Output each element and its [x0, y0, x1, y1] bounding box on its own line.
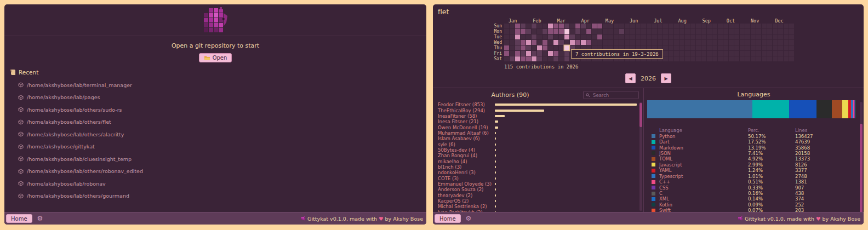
home-tab[interactable]: Home: [6, 214, 32, 223]
heatmap-cell[interactable]: [559, 51, 564, 56]
heatmap-cell[interactable]: [636, 24, 641, 28]
heatmap-cell[interactable]: [729, 45, 734, 50]
heatmap-cell[interactable]: [751, 24, 756, 28]
heatmap-cell[interactable]: [652, 29, 657, 34]
heatmap-cell[interactable]: [740, 29, 745, 34]
heatmap-cell[interactable]: [559, 56, 564, 61]
heatmap-cell[interactable]: [669, 40, 673, 45]
heatmap-cell[interactable]: [608, 34, 613, 39]
heatmap-cell[interactable]: [537, 40, 542, 45]
heatmap-cell[interactable]: [690, 40, 695, 45]
heatmap-cell[interactable]: [674, 40, 679, 45]
heatmap-cell[interactable]: [745, 40, 750, 45]
heatmap-cell[interactable]: [553, 40, 558, 45]
heatmap-cell[interactable]: [636, 40, 641, 45]
heatmap-cell[interactable]: [767, 24, 772, 28]
heatmap-cell[interactable]: [548, 34, 553, 39]
author-row[interactable]: Zhan Rongrui (4): [433, 153, 637, 158]
heatmap-cell[interactable]: [542, 56, 547, 61]
heatmap-cell[interactable]: [532, 24, 536, 28]
heatmap-cell[interactable]: [696, 56, 701, 61]
heatmap-cell[interactable]: [773, 29, 778, 34]
heatmap-cell-selected[interactable]: [564, 45, 569, 50]
heatmap-cell[interactable]: [734, 56, 739, 61]
heatmap-cell[interactable]: [652, 40, 657, 45]
author-row[interactable]: Islam Asabaev (6): [433, 136, 637, 141]
author-row[interactable]: Muhammad Altaaf (6): [433, 130, 637, 136]
heatmap-cell[interactable]: [515, 34, 520, 39]
heatmap-cell[interactable]: [669, 51, 673, 56]
heatmap-cell[interactable]: [690, 29, 695, 34]
heatmap-cell[interactable]: [669, 29, 673, 34]
heatmap-cell[interactable]: [521, 24, 526, 28]
recent-repo-item[interactable]: /home/akshybose/lab/pages: [18, 94, 421, 100]
heatmap-cell[interactable]: [729, 29, 734, 34]
heatmap-cell[interactable]: [570, 34, 575, 39]
heatmap-cell[interactable]: [740, 24, 745, 28]
heatmap-cell[interactable]: [575, 40, 580, 45]
heatmap-cell[interactable]: [603, 24, 608, 28]
heatmap-cell[interactable]: [537, 51, 542, 56]
heatmap-cell[interactable]: [647, 24, 652, 28]
heatmap-cell[interactable]: [526, 40, 531, 45]
heatmap-cell[interactable]: [696, 24, 701, 28]
heatmap-cell[interactable]: [712, 24, 717, 28]
heatmap-cell[interactable]: [767, 29, 772, 34]
heatmap-cell[interactable]: [745, 45, 750, 50]
heatmap-cell[interactable]: [696, 34, 701, 39]
heatmap-cell[interactable]: [773, 51, 778, 56]
heatmap-cell[interactable]: [603, 34, 608, 39]
author-row[interactable]: thearyadev (2): [433, 193, 637, 198]
heatmap-cell[interactable]: [559, 34, 564, 39]
heatmap-cell[interactable]: [542, 24, 547, 28]
heatmap-cell[interactable]: [756, 24, 761, 28]
heatmap-cell[interactable]: [537, 24, 542, 28]
heatmap-cell[interactable]: [718, 40, 723, 45]
heatmap-cell[interactable]: [548, 45, 553, 50]
heatmap-cell[interactable]: [751, 34, 756, 39]
heatmap-cell[interactable]: [515, 29, 520, 34]
heatmap-cell[interactable]: [789, 24, 794, 28]
heatmap-cell[interactable]: [526, 24, 531, 28]
heatmap-cell[interactable]: [641, 34, 646, 39]
heatmap-cell[interactable]: [707, 40, 712, 45]
heatmap-cell[interactable]: [685, 51, 690, 56]
heatmap-cell[interactable]: [723, 34, 728, 39]
heatmap-cell[interactable]: [773, 40, 778, 45]
heatmap-cell[interactable]: [674, 24, 679, 28]
gear-icon[interactable]: ⚙: [466, 215, 472, 222]
heatmap-cell[interactable]: [521, 40, 526, 45]
heatmap-cell[interactable]: [532, 40, 536, 45]
heatmap-cell[interactable]: [690, 34, 695, 39]
heatmap-cell[interactable]: [745, 51, 750, 56]
recent-repo-item[interactable]: /home/akshybose/lab/others/robonav_edite…: [18, 168, 421, 174]
heatmap-cell[interactable]: [762, 40, 767, 45]
heatmap-cell[interactable]: [570, 40, 575, 45]
heatmap-cell[interactable]: [690, 56, 695, 61]
heatmap-cell[interactable]: [526, 34, 531, 39]
heatmap-cell[interactable]: [630, 34, 635, 39]
heatmap-cell[interactable]: [532, 56, 536, 61]
heatmap-cell[interactable]: [658, 29, 663, 34]
author-row[interactable]: Michal Sestrienka (2): [433, 204, 637, 209]
heatmap-cell[interactable]: [548, 51, 553, 56]
heatmap-cell[interactable]: [696, 29, 701, 34]
heatmap-cell[interactable]: [663, 24, 668, 28]
heatmap-cell[interactable]: [723, 29, 728, 34]
heatmap-cell[interactable]: [707, 51, 712, 56]
author-row[interactable]: syle (6): [433, 141, 637, 147]
authors-scrollbar-thumb[interactable]: [639, 103, 642, 127]
heatmap-cell[interactable]: [701, 34, 706, 39]
recent-repo-item[interactable]: /home/akshybose/lab/others/sudo-rs: [18, 107, 421, 113]
heatmap-cell[interactable]: [740, 40, 745, 45]
heatmap-cell[interactable]: [532, 51, 536, 56]
heatmap-cell[interactable]: [756, 45, 761, 50]
heatmap-cell[interactable]: [515, 40, 520, 45]
heatmap-cell[interactable]: [767, 40, 772, 45]
heatmap-cell[interactable]: [674, 34, 679, 39]
home-tab[interactable]: Home: [435, 214, 461, 223]
search-input[interactable]: [592, 92, 636, 99]
heatmap-cell[interactable]: [679, 45, 684, 50]
heatmap-cell[interactable]: [701, 51, 706, 56]
heatmap-cell[interactable]: [515, 56, 520, 61]
